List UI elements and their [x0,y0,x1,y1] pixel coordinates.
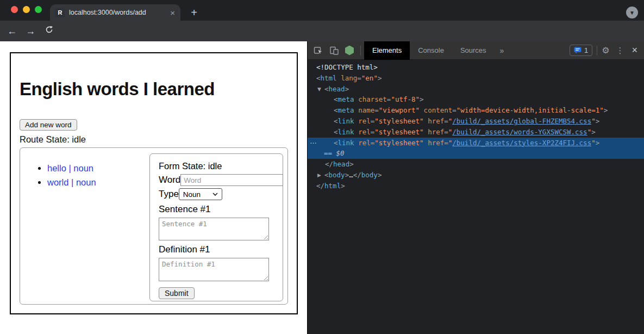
code-token: > [341,182,345,190]
settings-gear-icon[interactable]: ⚙ [602,45,609,55]
device-toolbar-icon[interactable] [329,46,339,55]
code-token: html [321,74,337,82]
add-new-word-button[interactable]: Add new word [20,119,77,131]
code-token: < [324,171,329,179]
zoom-window-button[interactable] [35,6,42,13]
code-token: rel [358,139,371,147]
type-select-value: Noun [183,190,201,199]
code-token: /build/_assets/global-FHZEMBS4.css [452,117,591,125]
code-token: /build/_assets/styles-XP2Z4FIJ.css [452,139,591,147]
submit-button[interactable]: Submit [159,287,195,299]
devtools-tab-sources[interactable]: Sources [452,41,495,60]
browser-tab[interactable]: R localhost:3000/words/add × [50,4,180,21]
code-token: < [316,74,321,82]
back-button[interactable]: ← [5,24,18,38]
code-token: > [591,128,596,136]
code-token: > [378,171,382,179]
code-token: > [604,106,608,114]
code-token: = [374,106,379,114]
word-link[interactable]: hello | noun [47,163,93,173]
code-line[interactable]: </head> [308,159,644,170]
reload-button[interactable] [42,24,55,38]
code-token: … [349,171,353,179]
word-link[interactable]: world | noun [47,177,96,187]
code-token: = [452,106,457,114]
sentence-textarea[interactable] [159,218,269,240]
code-token: "stylesheet" [374,117,423,125]
code-token: < [324,85,329,93]
route-state-text: Route State: idle [20,134,288,145]
code-token: = [357,74,361,82]
browser-toolbar: ← → i localhost:3000/words/add ☆ [0,21,644,41]
close-window-button[interactable] [11,6,18,13]
elements-tree: <!DOCTYPE html><html lang="en">▼<head><m… [308,60,644,191]
code-token: < [334,117,338,125]
code-line[interactable]: <link rel="stylesheet" href="/build/_ass… [308,127,644,138]
type-select[interactable]: Noun [179,188,222,200]
new-tab-button[interactable]: + [187,5,201,20]
page-viewport: English words I learned Add new word Rou… [0,41,307,334]
devtools-tabs: ElementsConsoleSources» [364,41,509,60]
expand-triangle-icon[interactable]: ▶ [317,170,324,181]
code-token: href [428,139,444,147]
tab-search-button[interactable]: ▼ [626,7,638,18]
code-token: link [338,139,354,147]
code-token: "utf-8" [391,95,420,103]
form-state-text: Form State: idle [159,161,274,171]
code-token: > [349,160,354,168]
code-token: == $0 [324,149,345,157]
selected-line-gutter-dots[interactable]: ⋯ [310,138,317,149]
toolbar-divider [360,46,361,55]
code-token: " [591,139,596,147]
code-line[interactable]: <meta name="viewport" content="width=dev… [308,105,644,116]
code-line[interactable]: <!DOCTYPE html> [308,62,644,73]
more-tabs-icon[interactable]: » [495,46,510,55]
word-input[interactable] [180,174,283,186]
code-token: = [444,128,448,136]
page-title: English words I learned [20,79,288,100]
code-token: meta [338,95,354,103]
tab-close-icon[interactable]: × [170,8,175,17]
browser-window: R localhost:3000/words/add × + ▼ ← → i l… [0,0,644,334]
code-token: name [358,106,374,114]
code-token: href [428,117,444,125]
code-token: html [324,182,341,190]
inspect-element-icon[interactable] [314,46,323,55]
code-line[interactable]: <meta charset="utf-8"> [308,94,644,105]
extension-hexagon-icon[interactable] [345,46,354,55]
code-line[interactable]: ▼<head> [308,84,644,95]
devtools-close-icon[interactable]: × [632,45,637,56]
expand-triangle-icon[interactable]: ▼ [317,84,324,95]
chevron-down-icon [212,193,218,196]
code-token [424,128,428,136]
devtools-menu-icon[interactable]: ⋮ [616,46,624,55]
devtools-tab-console[interactable]: Console [410,41,452,60]
traffic-lights [11,6,42,13]
devtools-panel: ElementsConsoleSources» 1 ⚙ ⋮ × <!DOCTYP… [307,41,644,334]
code-token: meta [338,106,354,114]
code-token: body [361,171,378,179]
code-token: rel [358,117,371,125]
code-token: </ [316,182,324,190]
devtools-tab-elements[interactable]: Elements [364,41,410,60]
forward-button[interactable]: → [24,24,37,38]
code-token: <!DOCTYPE html> [316,63,378,71]
code-line[interactable]: == $0 [308,148,644,159]
code-token: </ [325,160,333,168]
code-token: < [334,95,338,103]
definition-textarea[interactable] [159,258,269,281]
code-token: > [596,117,600,125]
code-token: > [420,95,424,103]
remix-favicon-icon: R [55,8,65,17]
app-container: English words I learned Add new word Rou… [10,52,298,314]
code-line[interactable]: ▶<body>…</body> [308,170,644,181]
code-line[interactable]: <html lang="en"> [308,73,644,84]
code-token: "stylesheet" [374,139,423,147]
code-line[interactable]: </html> [308,181,644,191]
code-line[interactable]: ⋯<link rel="stylesheet" href="/build/_as… [308,138,644,149]
issues-badge[interactable]: 1 [570,45,592,56]
minimize-window-button[interactable] [23,6,30,13]
code-token: link [338,128,354,136]
code-token: < [334,128,338,136]
code-line[interactable]: <link rel="stylesheet" href="/build/_ass… [308,116,644,127]
